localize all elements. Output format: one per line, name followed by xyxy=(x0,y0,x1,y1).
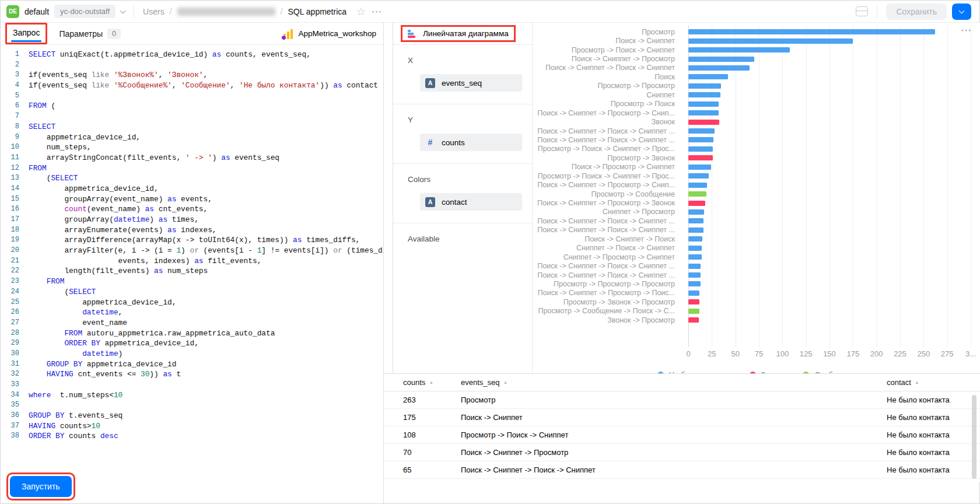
panel-resizer[interactable] xyxy=(384,23,393,396)
chart-bar[interactable] xyxy=(688,128,715,134)
code-line[interactable]: 32 HAVING cnt_events <= 30)) as t xyxy=(1,369,383,380)
code-line[interactable]: 35 xyxy=(1,400,383,411)
chart-bar[interactable] xyxy=(688,47,790,52)
chart-bar[interactable] xyxy=(688,209,704,215)
chart-type-selector[interactable]: Линейчатая диаграмма xyxy=(423,29,509,38)
code-line[interactable]: 26 datetime, xyxy=(1,307,383,318)
table-scrollbar[interactable] xyxy=(972,395,977,479)
chevron-down-icon[interactable] xyxy=(120,8,126,13)
code-line[interactable]: 31 GROUP BY appmetrica_device_id xyxy=(1,359,383,370)
chart-bar[interactable] xyxy=(688,164,711,170)
chart-bar[interactable] xyxy=(688,146,713,152)
code-line[interactable]: 11 arrayStringConcat(filt_events, ' -> '… xyxy=(1,153,383,163)
code-line[interactable]: 37HAVING counts>10 xyxy=(1,421,383,432)
chart-bar[interactable] xyxy=(688,102,719,107)
code-line[interactable]: 17 groupArray(datetime) as times, xyxy=(1,215,383,225)
sql-editor[interactable]: 1SELECT uniqExact(t.appmetrica_device_id… xyxy=(1,45,383,453)
cell-counts: 70 xyxy=(384,448,461,457)
chart-bar[interactable] xyxy=(688,29,935,34)
folder-selector-chip[interactable]: yc-doc-outstaff xyxy=(54,5,116,18)
code-line[interactable]: 23 FROM xyxy=(1,276,383,287)
chart-category-label: Поиск -> Сниппет -> Поиск xyxy=(533,235,682,243)
code-line[interactable]: 12FROM xyxy=(1,163,383,174)
code-line[interactable]: 33 xyxy=(1,380,383,390)
code-line[interactable]: 6FROM ( xyxy=(1,101,383,111)
chart-bar[interactable] xyxy=(688,218,704,223)
code-line[interactable]: 8SELECT xyxy=(1,122,383,132)
field-chip-counts[interactable]: #counts xyxy=(420,134,522,151)
save-button[interactable]: Сохранить xyxy=(886,4,947,20)
service-logo[interactable]: DE xyxy=(6,5,19,18)
chart-bar[interactable] xyxy=(688,155,713,160)
code-line[interactable]: 21 events, indexes) as filt_events, xyxy=(1,256,383,267)
code-line[interactable]: 3if(events_seq like '%Звонок%', 'Звонок'… xyxy=(1,70,383,80)
code-line[interactable]: 1SELECT uniqExact(t.appmetrica_device_id… xyxy=(1,50,383,60)
chart-bar[interactable] xyxy=(688,120,719,125)
chart-bar[interactable] xyxy=(688,191,706,197)
code-line[interactable]: 27 event_name xyxy=(1,318,383,328)
code-line[interactable]: 19 arrayDifference(arrayMap(x -> toUInt6… xyxy=(1,235,383,246)
column-header-counts[interactable]: counts▲ xyxy=(384,378,461,387)
code-line[interactable]: 34where t.num_steps<10 xyxy=(1,390,383,401)
favorite-star-icon[interactable]: ☆ xyxy=(356,6,366,17)
layout-toggle-icon[interactable] xyxy=(856,6,868,16)
code-line[interactable]: 10 num_steps, xyxy=(1,142,383,153)
breadcrumb-users[interactable]: Users xyxy=(143,7,164,16)
chart-bar[interactable] xyxy=(688,137,713,142)
code-line[interactable]: 7 xyxy=(1,111,383,122)
chart-bar[interactable] xyxy=(688,236,702,242)
code-text: FROM ( xyxy=(19,101,55,111)
column-header-events_seq[interactable]: events_seq▲ xyxy=(461,378,887,387)
chart-bar[interactable] xyxy=(688,309,699,314)
code-line[interactable]: 18 arrayEnumerate(events) as indexes, xyxy=(1,225,383,236)
more-menu-icon[interactable]: ⋯ xyxy=(371,6,382,17)
chart-bar[interactable] xyxy=(688,254,702,260)
code-line[interactable]: 29 ORDER BY appmetrica_device_id, xyxy=(1,338,383,349)
chart-bar[interactable] xyxy=(688,183,707,188)
code-line[interactable]: 15 groupArray(event_name) as events, xyxy=(1,194,383,205)
save-dropdown-button[interactable] xyxy=(952,4,971,20)
code-line[interactable]: 5 xyxy=(1,91,383,102)
code-line[interactable]: 9 appmetrica_device_id, xyxy=(1,132,383,143)
code-line[interactable]: 16 count(event_name) as cnt_events, xyxy=(1,204,383,215)
code-line[interactable]: 20 arrayFilter(e, i -> (i = 1) or (event… xyxy=(1,246,383,256)
chart-bar[interactable] xyxy=(688,317,699,323)
sort-asc-icon: ▲ xyxy=(503,380,508,385)
chart-bar[interactable] xyxy=(688,74,728,79)
chart-bar[interactable] xyxy=(688,228,704,233)
chart-bar[interactable] xyxy=(688,83,721,89)
code-line[interactable]: 14 appmetrica_device_id, xyxy=(1,184,383,194)
tab-query[interactable]: Запрос xyxy=(13,28,40,37)
chart-bar[interactable] xyxy=(688,272,701,278)
code-line[interactable]: 25 appmetrica_device_id, xyxy=(1,298,383,308)
connection-link[interactable]: AppMetrica_workshop xyxy=(283,29,376,39)
code-line[interactable]: 38ORDER BY counts desc xyxy=(1,431,383,442)
code-line[interactable]: 13 (SELECT xyxy=(1,173,383,184)
chart-bar[interactable] xyxy=(688,290,699,296)
chart-bar[interactable] xyxy=(688,246,702,251)
code-line[interactable]: 36GROUP BY t.events_seq xyxy=(1,411,383,421)
chart-bar[interactable] xyxy=(688,201,705,206)
run-query-button[interactable]: Запустить xyxy=(10,476,72,497)
chart-bar[interactable] xyxy=(688,264,701,269)
code-line[interactable]: 2 xyxy=(1,60,383,71)
chart-bar[interactable] xyxy=(688,38,853,44)
column-header-contact[interactable]: contact▲ xyxy=(887,378,980,387)
code-token: ORDER BY xyxy=(64,339,100,348)
code-line[interactable]: 30 datetime) xyxy=(1,349,383,359)
chart-bar[interactable] xyxy=(688,57,754,62)
field-chip-contact[interactable]: Acontact xyxy=(420,193,522,211)
code-line[interactable]: 28 FROM autoru_appmetrica.raw_appmetrica… xyxy=(1,328,383,339)
chart-bar[interactable] xyxy=(688,281,701,286)
chart-bar[interactable] xyxy=(688,65,750,71)
chart-bar[interactable] xyxy=(688,92,720,97)
tab-parameters[interactable]: Параметры 0 xyxy=(59,29,121,39)
chart-bar[interactable] xyxy=(688,299,699,304)
chart-bar[interactable] xyxy=(688,173,709,178)
code-line[interactable]: 24 (SELECT xyxy=(1,287,383,298)
code-line[interactable]: 4if(events_seq like '%Сообщение%', 'Сооб… xyxy=(1,80,383,91)
field-chip-events_seq[interactable]: Aevents_seq xyxy=(420,74,522,92)
annotation-box-run-button: Запустить xyxy=(6,473,75,501)
code-line[interactable]: 22 length(filt_events) as num_steps xyxy=(1,266,383,276)
chart-bar[interactable] xyxy=(688,110,719,116)
